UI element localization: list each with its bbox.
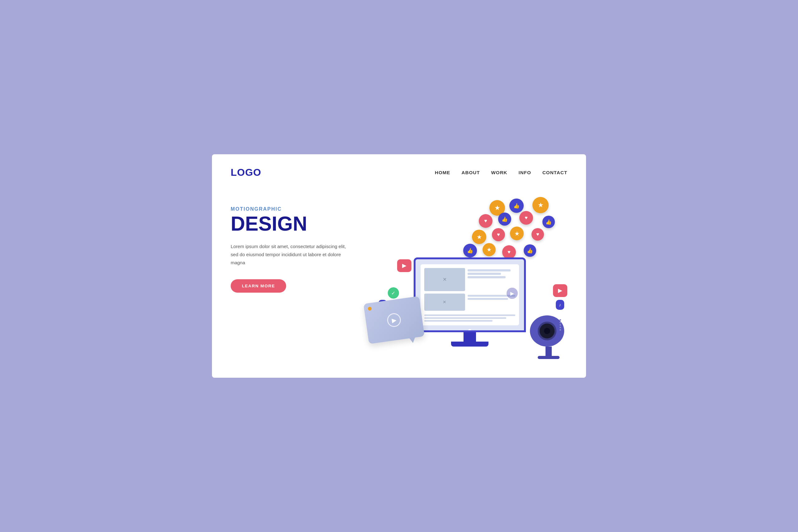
- music-icon-2: ♪: [559, 302, 561, 307]
- screen-play-icon: ▶: [510, 290, 514, 297]
- video-card-dot: [367, 307, 372, 311]
- video-card-play: ▶: [386, 312, 402, 328]
- monitor-screen: ✕ ✕: [414, 258, 526, 332]
- webcam-base: [538, 356, 559, 359]
- reaction-thumbsup-4: 👍: [463, 244, 477, 258]
- hero-subtitle: MOTIONGRAPHIC: [231, 206, 365, 212]
- video-card: ▶: [363, 296, 424, 344]
- monitor: ✕ ✕: [414, 258, 526, 346]
- screen-content: ✕ ✕: [420, 264, 519, 325]
- reaction-heart-1: ♥: [479, 214, 493, 228]
- page-card: LOGO HOME ABOUT WORK INFO CONTACT MOTION…: [212, 154, 586, 378]
- webcam-dots: [559, 319, 561, 331]
- main-content: MOTIONGRAPHIC DESIGN Lorem ipsum dolor s…: [231, 197, 567, 359]
- play-icon-1: ▶: [402, 262, 406, 269]
- check-icon: ✓: [391, 290, 395, 296]
- play-icon-2: ▶: [558, 287, 562, 294]
- hero-text: MOTIONGRAPHIC DESIGN Lorem ipsum dolor s…: [231, 197, 365, 293]
- reaction-thumbsup-5: 👍: [524, 244, 536, 257]
- monitor-base: [451, 342, 489, 346]
- nav-about[interactable]: ABOUT: [462, 170, 480, 175]
- reaction-star-4: ★: [510, 227, 524, 240]
- monitor-dot: [468, 329, 471, 332]
- reaction-thumbsup-2: 👍: [498, 212, 511, 226]
- reaction-star-2: ★: [532, 197, 549, 213]
- reaction-heart-4: ♥: [531, 228, 544, 241]
- video-card-tail: [409, 337, 416, 343]
- webcam-stand: [546, 346, 552, 356]
- reaction-star-3: ★: [472, 230, 486, 244]
- monitor-neck: [463, 332, 476, 342]
- nav-home[interactable]: HOME: [435, 170, 451, 175]
- reaction-star-5: ★: [482, 243, 496, 256]
- youtube-badge-2: ▶: [553, 284, 567, 297]
- webcam-lens: [538, 322, 556, 340]
- hero-title: DESIGN: [231, 214, 365, 234]
- nav-info[interactable]: INFO: [519, 170, 531, 175]
- reaction-thumbsup-1: 👍: [509, 198, 524, 213]
- hero-illustration: ★ 👍 ★ ♥ 👍 ♥ 👍 ★ ♥ ★ ♥ 👍 ★ ♥ 👍 ▶ ▶: [372, 197, 567, 359]
- nav-work[interactable]: WORK: [491, 170, 508, 175]
- webcam-body: [530, 316, 564, 346]
- logo: LOGO: [231, 167, 261, 178]
- navigation: HOME ABOUT WORK INFO CONTACT: [435, 170, 567, 175]
- reaction-heart-3: ♥: [492, 228, 505, 241]
- check-badge: ✓: [388, 287, 399, 299]
- nav-contact[interactable]: CONTACT: [543, 170, 567, 175]
- webcam: [530, 316, 567, 353]
- reaction-heart-2: ♥: [519, 211, 533, 225]
- music-badge-2: ♪: [556, 300, 564, 310]
- youtube-badge-1: ▶: [397, 259, 412, 272]
- header: LOGO HOME ABOUT WORK INFO CONTACT: [231, 167, 567, 178]
- reaction-thumbsup-3: 👍: [543, 216, 555, 228]
- hero-description: Lorem ipsum dolor sit amet, consectetur …: [231, 243, 349, 267]
- learn-more-button[interactable]: LEARN MORE: [231, 279, 286, 293]
- video-play-icon: ▶: [391, 316, 397, 324]
- reaction-heart-5: ♥: [502, 245, 516, 259]
